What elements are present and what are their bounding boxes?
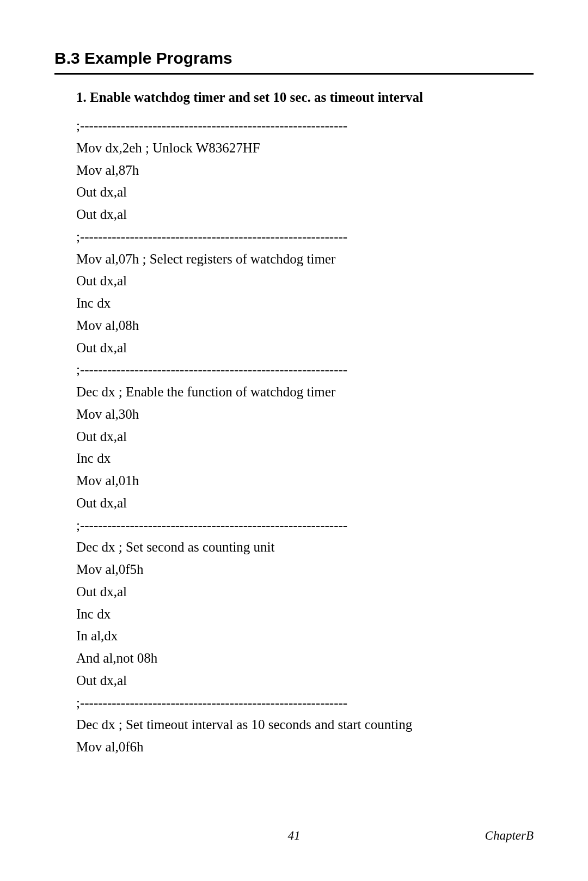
code-line: ;---------------------------------------…: [76, 692, 534, 714]
code-line: Mov al,07h ; Select registers of watchdo…: [76, 248, 534, 271]
code-line: Mov al,08h: [76, 315, 534, 337]
code-listing: ;---------------------------------------…: [76, 115, 534, 758]
code-line: ;---------------------------------------…: [76, 515, 534, 537]
code-line: Mov al,0f5h: [76, 559, 534, 581]
page-footer: 41 ChapterB: [54, 829, 534, 843]
code-line: Out dx,al: [76, 492, 534, 515]
code-line: Out dx,al: [76, 670, 534, 692]
code-line: Mov al,87h: [76, 160, 534, 182]
content-block: 1. Enable watchdog timer and set 10 sec.…: [54, 90, 534, 758]
code-line: Dec dx ; Set second as counting unit: [76, 536, 534, 559]
code-line: Out dx,al: [76, 581, 534, 603]
page-number: 41: [288, 829, 301, 843]
code-line: Inc dx: [76, 292, 534, 315]
code-line: Out dx,al: [76, 181, 534, 204]
code-line: Mov al,01h: [76, 470, 534, 492]
code-line: Inc dx: [76, 603, 534, 626]
code-line: Out dx,al: [76, 204, 534, 226]
code-line: Mov al,0f6h: [76, 736, 534, 758]
code-line: ;---------------------------------------…: [76, 226, 534, 248]
code-line: In al,dx: [76, 625, 534, 647]
code-line: Out dx,al: [76, 337, 534, 359]
code-line: Mov dx,2eh ; Unlock W83627HF: [76, 137, 534, 160]
code-line: Inc dx: [76, 448, 534, 470]
section-heading: B.3 Example Programs: [54, 49, 534, 75]
chapter-label: ChapterB: [485, 829, 534, 843]
code-line: And al,not 08h: [76, 647, 534, 670]
example-title: 1. Enable watchdog timer and set 10 sec.…: [76, 90, 534, 105]
code-line: ;---------------------------------------…: [76, 115, 534, 137]
code-line: Mov al,30h: [76, 403, 534, 426]
code-line: Dec dx ; Set timeout interval as 10 seco…: [76, 714, 534, 736]
code-line: Out dx,al: [76, 426, 534, 448]
code-line: Dec dx ; Enable the function of watchdog…: [76, 381, 534, 403]
code-line: ;---------------------------------------…: [76, 359, 534, 381]
code-line: Out dx,al: [76, 270, 534, 292]
